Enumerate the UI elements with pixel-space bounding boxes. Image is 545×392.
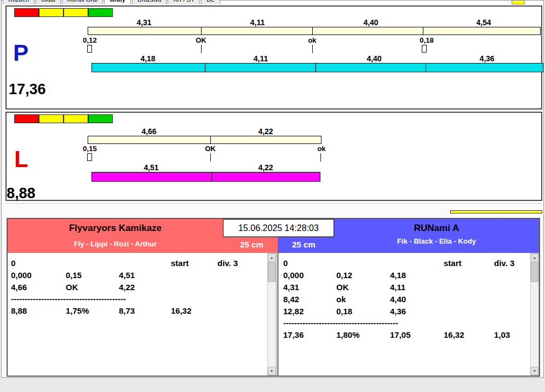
status-square-red (14, 114, 39, 123)
bar-divider (210, 136, 211, 143)
tab-grafy[interactable]: Grafy (104, 0, 131, 4)
scroll-thumb[interactable] (268, 262, 276, 282)
split-value: 4,11 (239, 54, 283, 63)
team-name-left: Flyvaryors Kamikaze (8, 223, 223, 234)
cell: start (444, 258, 462, 268)
scroll-up-icon[interactable]: ▲ (268, 253, 276, 262)
lane-p-panel: 4,31 4,11 4,40 4,54 0,12 OK ok 0,18 4,18… (5, 5, 542, 109)
status-square-yellow-1 (39, 8, 64, 17)
tab-druzstva[interactable]: Družstva (132, 0, 167, 4)
split-value: 4,66 (127, 127, 171, 136)
bar-divider (423, 27, 423, 34)
tick-mark (320, 153, 321, 162)
scroll-down-icon[interactable]: ▼ (268, 367, 276, 375)
split-value: 4,36 (465, 54, 509, 63)
split-value: 4,22 (244, 163, 288, 172)
left-table-scrollbar[interactable]: ▲ ▼ (267, 253, 276, 376)
status-square-yellow-2 (64, 8, 88, 17)
split-value: 4,40 (349, 18, 393, 27)
results-board: Flyvaryors Kamikaze Fly - Lippi - Rozi -… (7, 218, 540, 377)
cell: 8,42 (283, 295, 299, 304)
jump-height-left: 25 cm (226, 240, 278, 249)
cell: ok (336, 295, 346, 304)
tab-bar: Rozbeh Oldia Kombi Graf Grafy Družstva K… (3, 0, 288, 5)
result-times-bar (91, 172, 320, 182)
split-value: 4,31 (122, 18, 166, 27)
cell: 0,12 (336, 270, 352, 280)
tab-oldia[interactable]: Oldia (36, 0, 61, 4)
split-value: 4,40 (352, 54, 396, 63)
marker-label: 0,15 (73, 145, 106, 153)
bar-divider (426, 64, 426, 72)
marker-label: 0,18 (410, 36, 443, 44)
yellow-indicator-strip (450, 210, 542, 214)
split-value: 4,18 (126, 54, 170, 63)
cell: 0,18 (336, 307, 352, 316)
tab-de[interactable]: DE (201, 0, 220, 4)
jump-height-right: 25 cm (280, 240, 327, 249)
bar-divider (201, 27, 202, 34)
lane-letter: L (14, 148, 28, 171)
cell: 0,000 (283, 270, 304, 280)
cell: ----------------------------------------… (283, 318, 398, 327)
lane-l-panel: 4,66 4,22 0,15 OK ok 4,51 4,22 L 8,88 (5, 112, 542, 201)
gate-marker (87, 45, 92, 53)
cell: 4,11 (390, 283, 405, 292)
status-square-green (88, 114, 113, 123)
scroll-down-icon[interactable]: ▼ (531, 367, 538, 375)
lane-total: 17,36 (9, 82, 46, 97)
bar-divider (312, 27, 313, 34)
split-value: 4,51 (129, 163, 173, 172)
lane-total: 8,88 (7, 186, 36, 201)
cell: 1,80% (336, 330, 360, 339)
highlight-square (512, 0, 525, 4)
status-squares (14, 114, 113, 123)
cell: 4,36 (390, 307, 406, 316)
split-times-bar (88, 136, 322, 144)
marker-label: ok (305, 145, 338, 153)
gate-marker (87, 153, 92, 161)
team-name-right: RUNami A (334, 223, 539, 234)
lane-letter: P (13, 42, 28, 65)
bar-divider (205, 64, 205, 72)
cell: OK (336, 283, 349, 292)
tab-strip: Rozbeh Oldia Kombi Graf Grafy Družstva K… (3, 0, 288, 4)
cell: 16,32 (444, 330, 464, 339)
cell: 0 (283, 258, 288, 268)
status-square-green (88, 8, 113, 17)
scroll-thumb[interactable] (531, 262, 538, 282)
separator-line (5, 203, 542, 204)
split-times-bar (88, 27, 541, 35)
cell: 4,18 (390, 270, 406, 280)
gate-marker (422, 45, 427, 53)
tick-mark (210, 153, 211, 162)
marker-label: OK (185, 36, 217, 44)
marker-label: ok (296, 36, 329, 44)
marker-label: 0,12 (73, 36, 106, 44)
tab-kr-st[interactable]: KR / ST (168, 0, 200, 4)
cell: 17,36 (283, 330, 304, 339)
scroll-up-icon[interactable]: ▲ (531, 253, 538, 262)
tick-mark (201, 45, 202, 53)
marker-label: OK (194, 145, 227, 153)
bar-divider (211, 172, 212, 181)
cell: 12,82 (283, 307, 304, 316)
tab-rozbeh[interactable]: Rozbeh (3, 0, 35, 4)
split-value: 4,22 (244, 127, 288, 136)
status-square-yellow-2 (64, 114, 88, 123)
status-square-yellow-1 (39, 114, 64, 123)
cell: div. 3 (494, 258, 514, 268)
right-table-scrollbar[interactable]: ▲ ▼ (530, 253, 539, 376)
tick-mark (312, 45, 313, 53)
cell: 4,40 (390, 295, 406, 304)
cell: 4,31 (283, 283, 299, 292)
cell: 17,05 (390, 330, 411, 339)
status-square-red (14, 8, 39, 17)
cell: 1,03 (494, 330, 510, 339)
split-value: 4,11 (236, 18, 279, 27)
date-time: 15.06.2025 14:28:03 (223, 219, 334, 237)
split-value: 4,54 (462, 18, 506, 27)
tab-kombi-graf[interactable]: Kombi Graf (62, 0, 104, 4)
team-dogs-left: Fly - Lippi - Rozi - Arthur (8, 240, 223, 248)
result-times-bar (91, 63, 543, 72)
